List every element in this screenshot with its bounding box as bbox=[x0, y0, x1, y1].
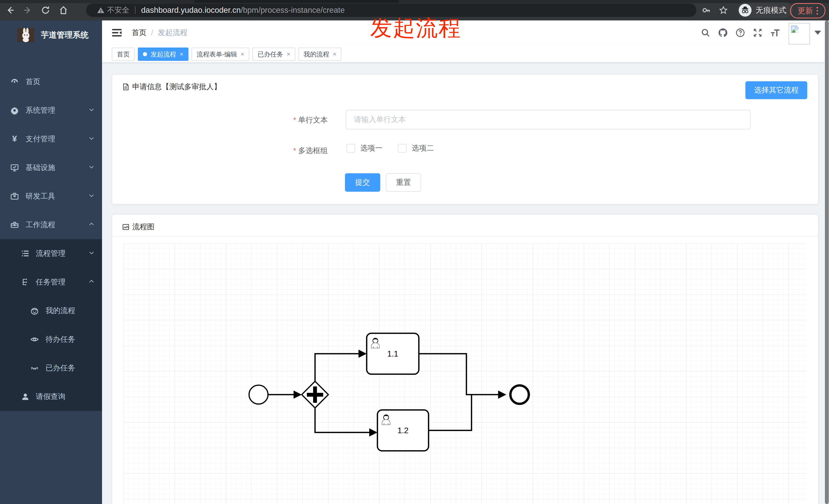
password-key-button[interactable] bbox=[700, 4, 713, 17]
sidebar-item-infra[interactable]: 基础设施 bbox=[0, 153, 102, 182]
sidebar-item-payment[interactable]: ¥ 支付管理 bbox=[0, 125, 102, 153]
url-domain: dashboard.yudao.iocoder.cn bbox=[141, 6, 241, 14]
security-status[interactable]: 不安全 bbox=[97, 5, 130, 15]
sidebar-item-task-mgmt[interactable]: 任务管理 bbox=[0, 268, 102, 297]
chevron-down-icon bbox=[88, 192, 95, 201]
breadcrumb-home[interactable]: 首页 bbox=[132, 28, 146, 38]
sidebar-item-label: 请假查询 bbox=[36, 392, 66, 402]
sidebar-logo[interactable]: 芋道管理系统 bbox=[0, 21, 102, 46]
picture-icon bbox=[122, 223, 130, 231]
sidebar-collapse-button[interactable] bbox=[111, 27, 122, 38]
sidebar-item-workflow[interactable]: 工作流程 bbox=[0, 210, 102, 239]
sidebar-item-done-tasks[interactable]: 已办任务 bbox=[0, 354, 102, 382]
checkbox-icon[interactable] bbox=[398, 144, 406, 153]
arrowhead bbox=[498, 390, 506, 399]
header-github-button[interactable] bbox=[717, 27, 729, 39]
close-icon[interactable]: × bbox=[180, 51, 183, 58]
dashboard-icon bbox=[10, 77, 19, 86]
checkbox-label: 选项一 bbox=[360, 143, 383, 153]
checkbox-icon[interactable] bbox=[347, 144, 355, 153]
sidebar-item-leave-query[interactable]: 请假查询 bbox=[0, 382, 102, 411]
sidebar-item-home[interactable]: 首页 bbox=[0, 68, 102, 96]
toolbox-icon bbox=[10, 221, 19, 229]
reset-button[interactable]: 重置 bbox=[386, 173, 421, 192]
browser-active-tab[interactable] bbox=[194, 0, 399, 3]
tab-home[interactable]: 首页 bbox=[112, 47, 135, 61]
browser-menu-dots-icon[interactable] bbox=[817, 7, 818, 14]
bpmn-diagram: 1.1 1.2 bbox=[123, 243, 806, 504]
sidebar-menu: 首页 系统管理 ¥ 支付管理 基础设施 研发工具 bbox=[0, 68, 102, 411]
single-line-text-input[interactable]: 请输入单行文本 bbox=[346, 110, 751, 129]
eye-closed-icon bbox=[30, 364, 39, 373]
security-label: 不安全 bbox=[107, 5, 130, 15]
sidebar-item-label: 任务管理 bbox=[36, 277, 66, 287]
input-placeholder: 请输入单行文本 bbox=[354, 115, 406, 125]
checkbox-option-2[interactable]: 选项二 bbox=[398, 143, 434, 153]
broken-image-icon bbox=[790, 25, 799, 34]
header-fullscreen-button[interactable] bbox=[752, 27, 764, 39]
tab-start-process[interactable]: 发起流程× bbox=[138, 47, 188, 61]
sequence-flow bbox=[419, 354, 499, 395]
sidebar-item-label: 首页 bbox=[26, 77, 40, 87]
browser-tabstrip bbox=[0, 0, 829, 3]
sidebar-item-label: 研发工具 bbox=[26, 191, 55, 201]
choose-other-process-button[interactable]: 选择其它流程 bbox=[745, 81, 807, 99]
gear-icon bbox=[10, 106, 19, 115]
sequence-flow bbox=[315, 408, 370, 432]
tab-done-tasks[interactable]: 已办任务× bbox=[252, 47, 295, 61]
breadcrumb-current: 发起流程 bbox=[158, 28, 187, 38]
browser-update-button[interactable]: 更新 bbox=[790, 3, 825, 18]
url-separator bbox=[135, 6, 136, 14]
close-icon[interactable]: × bbox=[241, 51, 244, 58]
start-event-node[interactable] bbox=[249, 385, 268, 404]
incognito-avatar bbox=[739, 4, 752, 16]
close-icon[interactable]: × bbox=[287, 51, 290, 58]
end-event-node[interactable] bbox=[510, 385, 529, 404]
card-divider bbox=[112, 236, 818, 237]
url-text[interactable]: dashboard.yudao.iocoder.cn/bpm/process-i… bbox=[141, 6, 345, 15]
bookmark-star-button[interactable] bbox=[717, 4, 730, 17]
svg-text:¥: ¥ bbox=[12, 135, 17, 143]
browser-reload-button[interactable] bbox=[39, 4, 52, 17]
chevron-down-icon bbox=[88, 163, 95, 172]
tab-label: 首页 bbox=[117, 50, 130, 59]
incognito-badge[interactable]: 无痕模式 bbox=[737, 3, 793, 18]
breadcrumb-separator: / bbox=[151, 29, 153, 37]
arrowhead bbox=[294, 390, 302, 399]
scrollbar-thumb[interactable] bbox=[825, 21, 829, 504]
key-icon bbox=[702, 6, 711, 14]
arrowhead bbox=[369, 428, 377, 436]
caret-down-icon[interactable] bbox=[815, 31, 821, 35]
active-dot-icon bbox=[143, 52, 147, 56]
close-icon[interactable]: × bbox=[333, 51, 336, 58]
form-card-title-row: 申请信息【测试多审批人】 bbox=[122, 82, 221, 92]
document-icon bbox=[122, 83, 130, 91]
browser-home-button[interactable] bbox=[57, 4, 70, 17]
page-scrollbar[interactable] bbox=[824, 21, 829, 504]
browser-back-button[interactable] bbox=[4, 4, 17, 17]
chevron-down-icon bbox=[88, 106, 95, 115]
tab-my-processes[interactable]: 我的流程× bbox=[298, 47, 341, 61]
sidebar-item-my-processes[interactable]: 我的流程 bbox=[0, 297, 102, 325]
chevron-down-icon bbox=[88, 135, 95, 143]
browser-forward-button[interactable] bbox=[21, 4, 34, 17]
header-help-button[interactable] bbox=[734, 27, 747, 39]
application-form-card: 申请信息【测试多审批人】 选择其它流程 *单行文本 请输入单行文本 *多选框组 … bbox=[112, 74, 819, 204]
person-icon bbox=[21, 392, 30, 401]
sidebar-item-system[interactable]: 系统管理 bbox=[0, 96, 102, 125]
chevron-up-icon bbox=[88, 278, 95, 286]
submit-button[interactable]: 提交 bbox=[345, 173, 380, 192]
incognito-label: 无痕模式 bbox=[756, 5, 786, 15]
sidebar-item-label: 我的流程 bbox=[45, 306, 75, 316]
header-search-button[interactable] bbox=[699, 27, 712, 39]
fontsize-icon bbox=[770, 27, 781, 38]
bpmn-canvas[interactable]: 1.1 1.2 bbox=[123, 243, 806, 504]
sidebar-item-process-mgmt[interactable]: 流程管理 bbox=[0, 239, 102, 268]
sidebar-item-devtools[interactable]: 研发工具 bbox=[0, 182, 102, 210]
sidebar-item-todo-tasks[interactable]: 待办任务 bbox=[0, 325, 102, 354]
avatar[interactable] bbox=[789, 23, 810, 44]
tab-process-form-edit[interactable]: 流程表单-编辑× bbox=[191, 47, 249, 61]
header-fontsize-button[interactable] bbox=[769, 27, 781, 39]
checkbox-option-1[interactable]: 选项一 bbox=[347, 143, 383, 153]
app-title: 芋道管理系统 bbox=[41, 30, 88, 40]
